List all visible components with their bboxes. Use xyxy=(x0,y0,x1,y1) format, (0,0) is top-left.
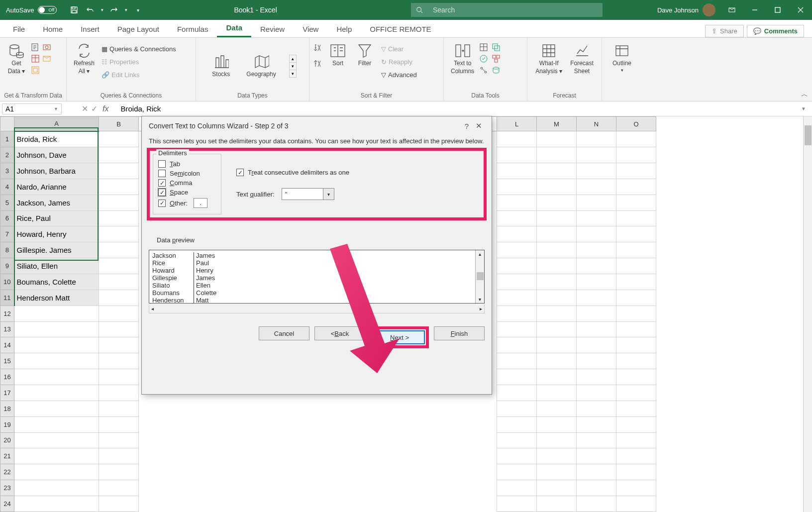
scroll-right-icon[interactable]: ▸ xyxy=(480,306,482,311)
cell-l5[interactable] xyxy=(497,195,537,210)
maximize-icon[interactable] xyxy=(766,0,789,20)
row-header-1[interactable]: 1 xyxy=(0,131,14,147)
cell-a15[interactable] xyxy=(14,353,99,369)
outline-button[interactable]: Outline▾ xyxy=(609,41,634,75)
cell-n9[interactable] xyxy=(577,258,616,274)
cell-b19[interactable] xyxy=(99,416,139,432)
tab-help[interactable]: Help xyxy=(327,21,361,37)
space-checkbox[interactable] xyxy=(158,189,166,196)
cell-m20[interactable] xyxy=(537,432,577,448)
cell-b1[interactable] xyxy=(99,131,139,147)
tab-formulas[interactable]: Formulas xyxy=(168,21,217,37)
cell-m8[interactable] xyxy=(537,242,577,258)
row-header-14[interactable]: 14 xyxy=(0,337,14,353)
undo-icon[interactable] xyxy=(83,2,98,17)
preview-scroll-thumb[interactable] xyxy=(477,272,484,280)
row-header-8[interactable]: 8 xyxy=(0,242,14,258)
cell-l2[interactable] xyxy=(497,147,537,163)
get-data-button[interactable]: GetData ▾ xyxy=(4,41,29,77)
cell-m23[interactable] xyxy=(537,480,577,496)
cell-l14[interactable] xyxy=(497,337,537,353)
cell-n13[interactable] xyxy=(577,321,616,337)
cell-m3[interactable] xyxy=(537,163,577,179)
row-header-22[interactable]: 22 xyxy=(0,464,14,480)
cell-b23[interactable] xyxy=(99,480,139,496)
formula-input[interactable]: Broida, Rick xyxy=(118,103,797,114)
qat-customize-icon[interactable]: ▾ xyxy=(130,2,145,17)
cell-o4[interactable] xyxy=(616,179,656,195)
share-button[interactable]: ⇧Share xyxy=(705,25,744,37)
undo-dropdown-icon[interactable]: ▾ xyxy=(99,2,105,17)
tab-home[interactable]: Home xyxy=(34,21,72,37)
cell-l10[interactable] xyxy=(497,274,537,290)
cell-o7[interactable] xyxy=(616,226,656,242)
cell-n4[interactable] xyxy=(577,179,616,195)
col-header-n[interactable]: N xyxy=(577,117,616,131)
cell-l16[interactable] xyxy=(497,369,537,385)
sort-desc-icon[interactable] xyxy=(313,59,323,69)
cell-m1[interactable] xyxy=(537,131,577,147)
from-table-icon[interactable] xyxy=(31,54,41,64)
from-text-icon[interactable] xyxy=(31,43,41,53)
cell-m2[interactable] xyxy=(537,147,577,163)
cell-n21[interactable] xyxy=(577,448,616,464)
text-to-columns-button[interactable]: Text toColumns xyxy=(448,41,477,77)
cell-o2[interactable] xyxy=(616,147,656,163)
cell-l20[interactable] xyxy=(497,432,537,448)
back-button[interactable]: < Back xyxy=(314,326,365,340)
cell-o12[interactable] xyxy=(616,306,656,321)
cell-b2[interactable] xyxy=(99,147,139,163)
cell-a23[interactable] xyxy=(14,480,99,496)
tab-data[interactable]: Data xyxy=(217,19,251,37)
cell-l8[interactable] xyxy=(497,242,537,258)
col-header-l[interactable]: L xyxy=(497,117,537,131)
name-box-dropdown-icon[interactable]: ▼ xyxy=(54,106,58,111)
cell-a8[interactable]: Gillespie. James xyxy=(14,242,99,258)
reapply-button[interactable]: ↻Reapply xyxy=(379,56,419,68)
cell-a18[interactable] xyxy=(14,401,99,416)
cell-a14[interactable] xyxy=(14,337,99,353)
user-account[interactable]: Dave Johnson xyxy=(652,3,720,16)
cell-m15[interactable] xyxy=(537,353,577,369)
cell-b22[interactable] xyxy=(99,464,139,480)
cell-b21[interactable] xyxy=(99,448,139,464)
cell-n18[interactable] xyxy=(577,401,616,416)
cell-l23[interactable] xyxy=(497,480,537,496)
other-checkbox[interactable] xyxy=(158,200,166,207)
preview-hscroll[interactable]: ◂ ▸ xyxy=(149,305,485,313)
cell-b13[interactable] xyxy=(99,321,139,337)
cell-o3[interactable] xyxy=(616,163,656,179)
cell-l3[interactable] xyxy=(497,163,537,179)
datatype-down[interactable]: ▾ xyxy=(290,63,296,70)
close-icon[interactable] xyxy=(789,0,812,20)
dialog-close-icon[interactable]: ✕ xyxy=(473,121,485,130)
queries-connections-button[interactable]: ▦Queries & Connections xyxy=(100,43,178,55)
tab-checkbox[interactable] xyxy=(158,160,166,168)
row-header-18[interactable]: 18 xyxy=(0,401,14,416)
cell-n7[interactable] xyxy=(577,226,616,242)
cell-b5[interactable] xyxy=(99,195,139,210)
treat-consecutive-checkbox[interactable] xyxy=(236,169,244,176)
cell-n17[interactable] xyxy=(577,385,616,401)
recent-sources-icon[interactable] xyxy=(42,54,52,64)
row-header-19[interactable]: 19 xyxy=(0,416,14,432)
existing-conn-icon[interactable] xyxy=(31,66,41,76)
tab-insert[interactable]: Insert xyxy=(72,21,108,37)
cell-o18[interactable] xyxy=(616,401,656,416)
cell-n10[interactable] xyxy=(577,274,616,290)
cell-l9[interactable] xyxy=(497,258,537,274)
cell-b4[interactable] xyxy=(99,179,139,195)
cell-b3[interactable] xyxy=(99,163,139,179)
row-header-3[interactable]: 3 xyxy=(0,163,14,179)
geography-button[interactable]: Geography xyxy=(243,52,279,80)
whatif-button[interactable]: What-IfAnalysis ▾ xyxy=(532,41,565,77)
name-box[interactable]: A1 ▼ xyxy=(2,103,62,114)
data-validation-icon[interactable] xyxy=(479,54,489,64)
cell-b10[interactable] xyxy=(99,274,139,290)
cell-a16[interactable] xyxy=(14,369,99,385)
row-header-5[interactable]: 5 xyxy=(0,195,14,210)
from-web-icon[interactable] xyxy=(42,43,52,53)
row-header-15[interactable]: 15 xyxy=(0,353,14,369)
tab-file[interactable]: File xyxy=(4,21,34,37)
col-header-m[interactable]: M xyxy=(537,117,577,131)
